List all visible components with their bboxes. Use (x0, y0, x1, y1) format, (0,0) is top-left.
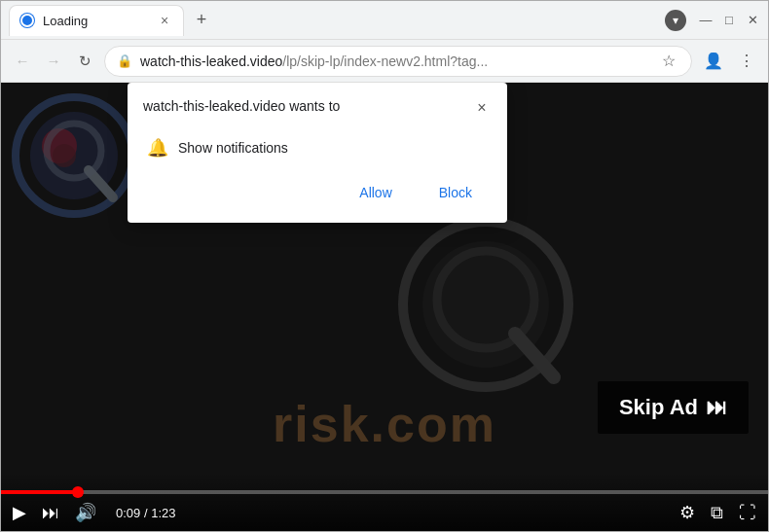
profile-button[interactable]: 👤 (700, 50, 727, 72)
progress-dot (72, 486, 84, 498)
skip-ad-button[interactable]: Skip Ad ⏭ (598, 381, 749, 434)
tab-close-button[interactable]: × (156, 12, 173, 29)
current-time: 0:09 (116, 506, 140, 520)
settings-button[interactable]: ⚙ (679, 502, 695, 523)
tab-favicon (19, 13, 35, 28)
new-tab-button[interactable]: + (188, 7, 215, 34)
risk-watermark: risk.com (273, 395, 496, 453)
bookmark-icon[interactable]: ☆ (658, 50, 679, 72)
tab-strip: Loading × + (9, 1, 657, 39)
total-time: 1:23 (151, 506, 175, 520)
minimize-button[interactable]: — (698, 13, 714, 28)
dialog-header: watch-this-leaked.video wants to × (143, 98, 492, 118)
dialog-title: watch-this-leaked.video wants to (143, 98, 472, 114)
back-button[interactable]: ← (11, 50, 34, 73)
bell-icon: 🔔 (147, 137, 168, 159)
address-input[interactable]: 🔒 watch-this-leaked.video/lp/skip-lp/ind… (104, 46, 692, 77)
url-path: /lp/skip-lp/index-newv2.html?tag... (282, 53, 488, 69)
svg-point-3 (53, 144, 76, 167)
address-bar: ← → ↻ 🔒 watch-this-leaked.video/lp/skip-… (1, 40, 768, 83)
window-controls: — □ ✕ (698, 13, 760, 28)
allow-button[interactable]: Allow (340, 178, 411, 207)
volume-button[interactable]: 🔊 (75, 502, 96, 523)
forward-button[interactable]: → (42, 50, 65, 73)
right-controls: ⚙ ⧉ ⛶ (679, 502, 756, 523)
title-bar: Loading × + ▾ — □ ✕ (1, 1, 768, 40)
dialog-actions: Allow Block (143, 178, 492, 207)
notification-dialog: watch-this-leaked.video wants to × 🔔 Sho… (128, 83, 507, 223)
refresh-button[interactable]: ↻ (73, 50, 96, 73)
skip-ad-icon: ⏭ (706, 395, 727, 420)
tab-title: Loading (43, 14, 148, 28)
watermark-circle (11, 92, 137, 219)
close-window-button[interactable]: ✕ (745, 13, 760, 28)
active-tab[interactable]: Loading × (9, 5, 184, 36)
dialog-close-button[interactable]: × (472, 98, 492, 118)
browser-window: Loading × + ▾ — □ ✕ ← → ↻ 🔒 watch-this-l… (0, 0, 769, 532)
page-content: risk.com Skip Ad ⏭ watch-this-leaked.vid… (1, 83, 768, 531)
dialog-option: 🔔 Show notifications (143, 129, 492, 166)
fullscreen-button[interactable]: ⛶ (739, 503, 756, 523)
progress-fill (1, 490, 78, 494)
option-label: Show notifications (178, 140, 288, 156)
miniplayer-button[interactable]: ⧉ (711, 503, 723, 523)
time-display: 0:09 / 1:23 (116, 506, 175, 520)
maximize-button[interactable]: □ (721, 13, 737, 28)
skip-button[interactable]: ⏭ (42, 503, 59, 523)
skip-ad-label: Skip Ad (619, 395, 698, 420)
lock-icon: 🔒 (117, 53, 132, 68)
progress-bar[interactable] (1, 490, 768, 494)
controls-row: ▶ ⏭ 🔊 0:09 / 1:23 ⚙ ⧉ ⛶ (1, 502, 768, 523)
chrome-menu-button[interactable]: ⋮ (735, 50, 758, 72)
block-button[interactable]: Block (420, 178, 492, 207)
url-display: watch-this-leaked.video/lp/skip-lp/index… (140, 53, 650, 69)
video-controls: ▶ ⏭ 🔊 0:09 / 1:23 ⚙ ⧉ ⛶ (1, 473, 768, 531)
play-button[interactable]: ▶ (13, 502, 26, 523)
url-host: watch-this-leaked.video (140, 53, 282, 69)
chrome-dropdown-button[interactable]: ▾ (665, 10, 686, 31)
center-watermark (398, 217, 573, 392)
